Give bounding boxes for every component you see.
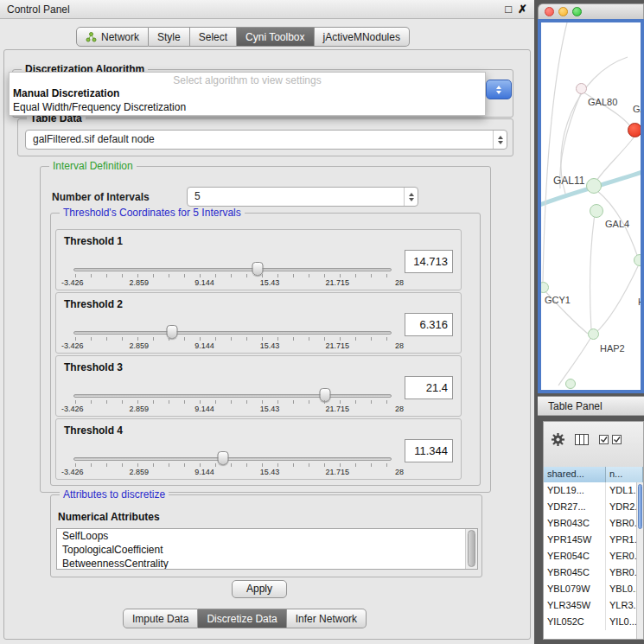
close-window-icon[interactable]: ✗ <box>518 3 527 16</box>
algorithm-combo-stepper[interactable] <box>486 80 512 99</box>
threshold-2-value-field[interactable] <box>405 313 453 336</box>
number-of-intervals-value: 5 <box>188 188 404 206</box>
slider-scale: -3.4262.8599.14415.4321.71528 <box>61 278 404 287</box>
column-header-shared-name[interactable]: shared... <box>544 467 606 482</box>
tab-discretize-data[interactable]: Discretize Data <box>198 609 286 628</box>
table-scrollbar-thumb[interactable] <box>638 484 642 529</box>
table-panel-window: shared... n... YDL19...YDL1... YDR27...Y… <box>543 421 644 640</box>
slider-track[interactable] <box>73 457 392 461</box>
columns-icon[interactable] <box>575 434 589 445</box>
table-row[interactable]: YBR043CYBR0... <box>544 515 636 532</box>
list-scrollbar[interactable] <box>465 529 477 569</box>
table-row[interactable]: YBL079WYBL0... <box>544 581 636 597</box>
interval-definition-legend: Interval Definition <box>49 160 137 172</box>
threshold-3-box: Threshold 3 -3.4262.8599.14415.4321.7152… <box>55 355 462 417</box>
table-row[interactable]: YDL19...YDL1... <box>544 482 636 499</box>
node-label: GAL80 <box>588 97 617 107</box>
table-scrollbar[interactable] <box>636 482 643 639</box>
slider-ticks <box>75 337 390 341</box>
threshold-1-box: Threshold 1 -3.4262.8599.14415.4321.7152… <box>55 229 462 290</box>
bottom-mode-tabs: Impute Data Discretize Data Infer Networ… <box>123 609 367 628</box>
zoom-traffic-light-icon[interactable] <box>572 7 582 16</box>
network-node[interactable] <box>590 204 603 218</box>
thresholds-group: Threshold's Coordinates for 5 Intervals … <box>50 213 481 486</box>
intervals-combo-stepper[interactable] <box>404 188 418 206</box>
tab-style[interactable]: Style <box>149 27 190 47</box>
dropdown-hint: Select algorithm to view settings <box>10 74 485 86</box>
tab-select[interactable]: Select <box>190 27 237 47</box>
threshold-2-label: Threshold 2 <box>64 298 123 310</box>
network-view-window: GAL80 GA GAL11 GAL4 GCY1 H HAP2 <box>538 3 644 393</box>
threshold-3-value-field[interactable] <box>405 376 453 399</box>
tab-cyni-toolbox[interactable]: Cyni Toolbox <box>237 27 314 47</box>
network-node[interactable] <box>576 83 587 94</box>
network-canvas[interactable]: GAL80 GA GAL11 GAL4 GCY1 H HAP2 <box>541 22 641 390</box>
table-header-row: shared... n... <box>544 467 643 482</box>
slider-track[interactable] <box>73 331 392 335</box>
table-row[interactable]: YLR345WYLR3... <box>544 597 636 614</box>
table-panel-title: Table Panel <box>548 400 603 412</box>
threshold-2-box: Threshold 2 -3.4262.8599.14415.4321.7152… <box>55 292 462 354</box>
tab-impute-data[interactable]: Impute Data <box>123 609 198 628</box>
stepper-down-icon <box>409 198 414 201</box>
control-panel-tabs: Network Style Select Cyni Toolbox jActiv… <box>76 27 410 47</box>
table-row[interactable]: YBR045CYBR0... <box>544 564 636 581</box>
network-node[interactable] <box>565 379 576 389</box>
network-node[interactable] <box>634 254 641 266</box>
select-checkbox-icon[interactable] <box>599 435 609 444</box>
threshold-1-label: Threshold 1 <box>64 235 123 247</box>
minimize-traffic-light-icon[interactable] <box>558 7 568 16</box>
network-node-selected[interactable] <box>628 123 641 137</box>
tab-jactivemnodules[interactable]: jActiveMNodules <box>315 27 410 47</box>
node-label: GA <box>633 104 641 114</box>
stepper-down-icon <box>498 141 503 144</box>
tab-network[interactable]: Network <box>76 27 149 47</box>
column-header-name[interactable]: n... <box>606 467 643 482</box>
slider-scale: -3.4262.8599.14415.4321.71528 <box>61 468 404 476</box>
list-item[interactable]: SelfLoops <box>57 529 477 543</box>
network-node[interactable] <box>586 178 602 194</box>
threshold-1-slider[interactable]: -3.4262.8599.14415.4321.71528 <box>73 261 392 289</box>
table-row[interactable]: YIL052CYIL0... <box>544 614 636 630</box>
dropdown-option-equal-width[interactable]: Equal Width/Frequency Discretization <box>13 101 186 113</box>
list-item[interactable]: TopologicalCoefficient <box>57 543 477 557</box>
table-panel-headerbar: Table Panel <box>538 396 644 416</box>
stepper-up-icon <box>498 136 503 139</box>
network-node[interactable] <box>588 328 599 340</box>
table-data-combobox[interactable]: galFiltered.sif default node <box>25 130 507 150</box>
threshold-1-value-field[interactable] <box>405 250 453 273</box>
list-scrollbar-thumb[interactable] <box>468 530 475 567</box>
threshold-4-value-field[interactable] <box>405 439 453 462</box>
node-label: H <box>638 296 641 307</box>
slider-ticks <box>75 463 390 467</box>
network-view-frame: GAL80 GA GAL11 GAL4 GCY1 H HAP2 <box>538 19 644 393</box>
control-panel-titlebar[interactable]: Control Panel □ ✗ <box>0 0 534 19</box>
table-data-value: galFiltered.sif default node <box>26 131 493 149</box>
table-data-combo-stepper[interactable] <box>493 131 507 149</box>
apply-button[interactable]: Apply <box>232 580 287 598</box>
table-row[interactable]: YPR145WYPR1... <box>544 532 636 548</box>
tab-infer-network[interactable]: Infer Network <box>287 609 367 628</box>
settings-gear-icon[interactable] <box>551 432 565 447</box>
list-item[interactable]: BetweennessCentrality <box>57 557 477 570</box>
threshold-2-slider[interactable]: -3.4262.8599.14415.4321.71528 <box>73 324 392 352</box>
table-row[interactable]: YDR27...YDR2... <box>544 499 636 515</box>
slider-track[interactable] <box>73 394 392 398</box>
dropdown-option-manual-discretization[interactable]: Manual Discretization <box>13 87 119 99</box>
network-window-titlebar[interactable] <box>538 3 644 19</box>
float-window-icon[interactable]: □ <box>505 3 512 16</box>
table-row[interactable]: YER054CYER0... <box>544 548 636 564</box>
numerical-attributes-list[interactable]: SelfLoops TopologicalCoefficient Between… <box>56 528 478 570</box>
table-data-group: Table Data galFiltered.sif default node <box>17 118 513 156</box>
slider-track[interactable] <box>73 268 392 271</box>
threshold-3-slider[interactable]: -3.4262.8599.14415.4321.71528 <box>73 387 392 415</box>
network-icon <box>86 32 97 42</box>
threshold-4-slider[interactable]: -3.4262.8599.14415.4321.71528 <box>73 450 392 478</box>
close-traffic-light-icon[interactable] <box>545 7 554 16</box>
slider-scale: -3.4262.8599.14415.4321.71528 <box>61 341 404 350</box>
algorithm-dropdown-popup: Select algorithm to view settings Manual… <box>9 72 486 116</box>
threshold-4-box: Threshold 4 -3.4262.8599.14415.4321.7152… <box>55 418 462 480</box>
select-checkbox-icon[interactable] <box>612 435 622 444</box>
number-of-intervals-combobox[interactable]: 5 <box>187 187 418 207</box>
number-of-intervals-label: Number of Intervals <box>52 191 150 203</box>
